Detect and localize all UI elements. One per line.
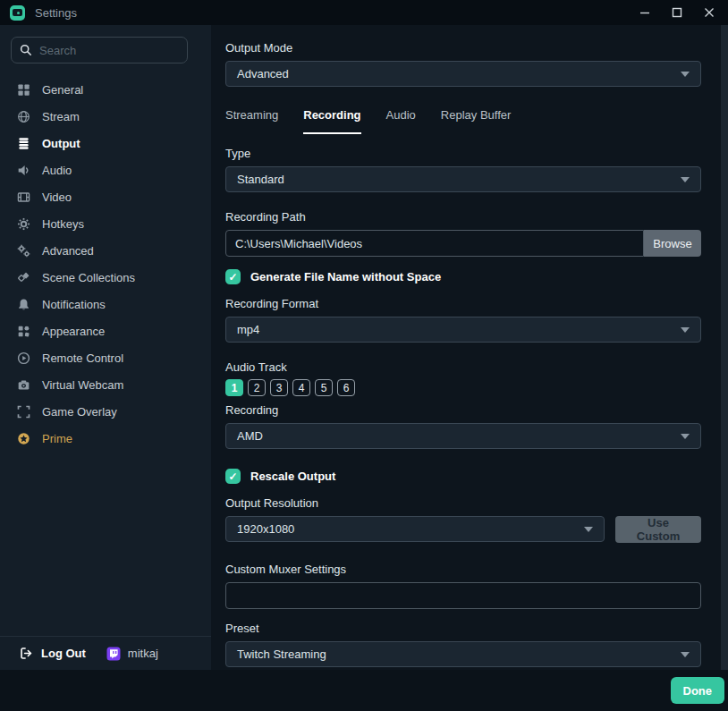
chevron-down-icon: [681, 652, 690, 657]
sidebar-nav: General Stream Output Audio Video: [0, 76, 211, 636]
sidebar-item-label: Game Overlay: [42, 405, 117, 419]
logout-icon: [20, 647, 33, 660]
close-button[interactable]: [698, 3, 721, 22]
sidebar-footer: Log Out mitkaj: [0, 636, 211, 670]
gears-icon: [16, 243, 30, 258]
output-resolution-select[interactable]: 1920x1080: [225, 516, 605, 542]
sidebar-item-label: Stream: [42, 110, 80, 123]
titlebar: Settings: [0, 0, 728, 25]
minimize-button[interactable]: [633, 3, 656, 22]
chevron-down-icon: [681, 177, 690, 182]
sidebar-item-appearance[interactable]: Appearance: [0, 317, 211, 344]
preset-label: Preset: [225, 622, 701, 635]
audio-track-4[interactable]: 4: [292, 379, 310, 396]
camera-icon: [16, 377, 30, 392]
sidebar-item-label: Appearance: [42, 325, 105, 338]
sidebar-item-label: Video: [42, 190, 72, 204]
logout-button[interactable]: Log Out: [20, 647, 86, 660]
preset-select[interactable]: Twitch Streaming: [225, 641, 701, 667]
sidebar-item-game-overlay[interactable]: Game Overlay: [0, 398, 211, 425]
type-select[interactable]: Standard: [225, 166, 701, 192]
bottom-bar: Done: [0, 670, 728, 711]
output-mode-select[interactable]: Advanced: [225, 61, 701, 87]
sidebar-item-general[interactable]: General: [0, 76, 211, 103]
sidebar-item-label: Prime: [42, 432, 72, 445]
search-box[interactable]: [11, 37, 188, 63]
generate-filename-row: ✓ Generate File Name without Space: [225, 269, 701, 284]
maximize-button[interactable]: [665, 3, 689, 22]
chevron-down-icon: [681, 434, 690, 439]
sidebar-item-output[interactable]: Output: [0, 130, 211, 157]
sidebar-item-label: General: [42, 83, 83, 97]
sidebar: General Stream Output Audio Video: [0, 25, 211, 670]
sidebar-item-stream[interactable]: Stream: [0, 103, 211, 130]
output-resolution-label: Output Resolution: [225, 496, 701, 510]
chevron-down-icon: [681, 327, 690, 333]
recording-encoder-label: Recording: [225, 403, 701, 417]
bell-icon: [16, 297, 30, 311]
recording-format-select[interactable]: mp4: [225, 317, 701, 343]
layers-icon: [16, 136, 30, 150]
output-mode-label: Output Mode: [225, 41, 701, 55]
custom-muxer-input[interactable]: [225, 582, 701, 609]
settings-window: Settings General: [0, 0, 728, 711]
rescale-output-label: Rescale Output: [250, 470, 335, 483]
sidebar-item-prime[interactable]: Prime: [0, 425, 211, 452]
sidebar-item-label: Virtual Webcam: [42, 378, 123, 392]
logout-label: Log Out: [41, 647, 86, 660]
sidebar-item-label: Advanced: [42, 244, 94, 258]
globe-icon: [16, 109, 30, 123]
tab-replay-buffer[interactable]: Replay Buffer: [441, 108, 512, 134]
search-icon: [20, 44, 32, 56]
tab-audio[interactable]: Audio: [386, 108, 416, 134]
appearance-icon: [16, 324, 30, 338]
type-value: Standard: [237, 173, 681, 186]
audio-track-5[interactable]: 5: [315, 379, 333, 396]
film-icon: [16, 190, 30, 204]
streamlabs-app-icon: [10, 5, 25, 21]
audio-track-6[interactable]: 6: [337, 379, 355, 396]
sidebar-item-virtual-webcam[interactable]: Virtual Webcam: [0, 371, 211, 398]
sidebar-item-remote-control[interactable]: Remote Control: [0, 344, 211, 371]
sidebar-item-notifications[interactable]: Notifications: [0, 291, 211, 317]
recording-format-value: mp4: [237, 323, 681, 336]
tab-recording[interactable]: Recording: [303, 108, 360, 134]
generate-filename-checkbox[interactable]: ✓: [225, 269, 241, 284]
sidebar-item-label: Hotkeys: [42, 217, 84, 231]
scenes-icon: [16, 270, 30, 284]
browse-button[interactable]: Browse: [644, 230, 701, 257]
sidebar-item-hotkeys[interactable]: Hotkeys: [0, 210, 211, 237]
sidebar-item-video[interactable]: Video: [0, 183, 211, 210]
username: mitkaj: [128, 647, 158, 660]
sidebar-item-advanced[interactable]: Advanced: [0, 237, 211, 264]
recording-format-label: Recording Format: [225, 297, 701, 310]
chevron-down-icon: [584, 527, 593, 532]
type-label: Type: [225, 147, 701, 160]
generate-filename-label: Generate File Name without Space: [250, 270, 441, 284]
done-button[interactable]: Done: [671, 677, 725, 704]
recording-encoder-value: AMD: [237, 429, 681, 443]
audio-track-3[interactable]: 3: [270, 379, 288, 396]
output-settings-panel: Output Mode Advanced Streaming Recording…: [211, 25, 728, 670]
audio-track-selector: 1 2 3 4 5 6: [225, 379, 701, 396]
sidebar-item-scene-collections[interactable]: Scene Collections: [0, 264, 211, 291]
rescale-output-checkbox[interactable]: ✓: [225, 469, 241, 484]
grid-icon: [16, 82, 30, 97]
twitch-icon: [106, 647, 121, 661]
speaker-icon: [16, 163, 30, 177]
use-custom-button[interactable]: Use Custom: [615, 516, 701, 543]
recording-path-input[interactable]: [225, 230, 644, 257]
audio-track-1[interactable]: 1: [225, 379, 243, 396]
sidebar-item-label: Audio: [42, 164, 72, 177]
audio-track-label: Audio Track: [225, 360, 701, 374]
window-title: Settings: [35, 6, 77, 20]
tab-streaming[interactable]: Streaming: [225, 108, 278, 134]
recording-encoder-select[interactable]: AMD: [225, 423, 701, 449]
sidebar-item-label: Remote Control: [42, 351, 123, 365]
sidebar-item-audio[interactable]: Audio: [0, 157, 211, 183]
overlay-icon: [16, 404, 30, 419]
twitch-account[interactable]: mitkaj: [106, 647, 158, 661]
search-input[interactable]: [39, 44, 197, 57]
prime-icon: [16, 431, 30, 445]
audio-track-2[interactable]: 2: [248, 379, 266, 396]
